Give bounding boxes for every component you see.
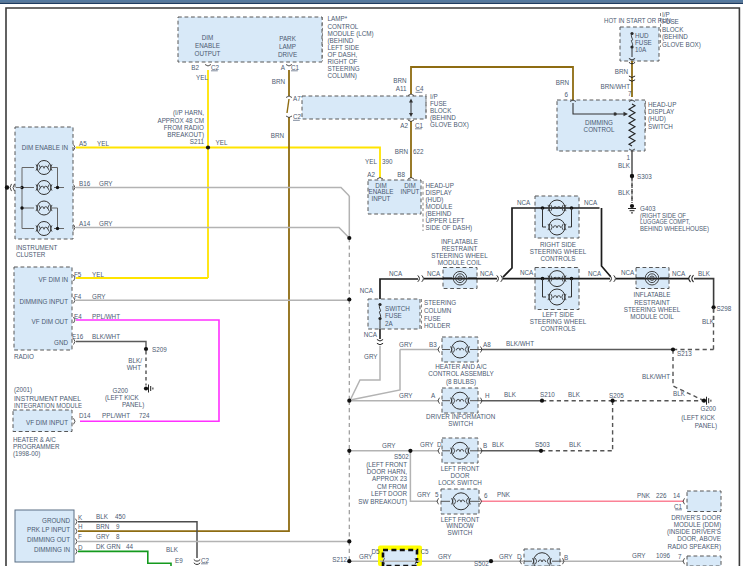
svg-text:ENABLE: ENABLE: [195, 42, 220, 49]
svg-text:A14: A14: [79, 220, 91, 227]
svg-text:A2: A2: [367, 171, 375, 178]
svg-text:BLK/WHT: BLK/WHT: [642, 373, 670, 380]
svg-text:E9: E9: [175, 557, 183, 564]
svg-text:INTEGRATION MODULE: INTEGRATION MODULE: [14, 402, 82, 409]
svg-text:NCA: NCA: [584, 199, 598, 206]
svg-text:14: 14: [673, 492, 681, 499]
svg-text:LAMP*: LAMP*: [328, 15, 348, 22]
svg-text:INSTRUMENT PANEL: INSTRUMENT PANEL: [14, 395, 82, 402]
svg-text:COLUMN): COLUMN): [328, 72, 357, 80]
svg-text:BLK: BLK: [569, 441, 582, 448]
svg-text:BRN: BRN: [615, 68, 629, 75]
svg-text:BRN: BRN: [393, 77, 407, 84]
svg-text:DIM ENABLE IN: DIM ENABLE IN: [22, 144, 69, 151]
svg-text:D: D: [437, 441, 442, 448]
svg-text:APPROX 23: APPROX 23: [372, 475, 407, 482]
svg-text:NCA: NCA: [364, 331, 378, 338]
svg-text:NCA: NCA: [427, 270, 441, 277]
svg-text:724: 724: [139, 412, 150, 419]
svg-text:S502: S502: [474, 560, 489, 566]
svg-text:GROUND: GROUND: [42, 517, 70, 524]
svg-text:S303: S303: [637, 173, 652, 180]
svg-text:STEERING WHEEL: STEERING WHEEL: [624, 306, 681, 313]
svg-text:C1: C1: [415, 122, 424, 129]
svg-text:BRN: BRN: [272, 78, 286, 85]
svg-text:S502: S502: [394, 453, 409, 460]
svg-text:S205: S205: [609, 392, 624, 399]
svg-text:10A: 10A: [635, 46, 647, 53]
svg-text:LAMP: LAMP: [279, 43, 296, 50]
svg-text:B: B: [564, 554, 568, 561]
svg-text:D: D: [78, 544, 83, 551]
svg-text:LEFT DOOR: LEFT DOOR: [371, 490, 407, 497]
svg-text:226: 226: [656, 492, 667, 499]
svg-text:PARK: PARK: [279, 35, 296, 42]
svg-text:DISPLAY: DISPLAY: [648, 108, 675, 115]
svg-text:C2: C2: [293, 113, 302, 120]
svg-text:YEL: YEL: [216, 139, 228, 146]
svg-text:DIMMING IN: DIMMING IN: [34, 546, 70, 553]
svg-text:S209: S209: [152, 346, 167, 353]
svg-text:HUD: HUD: [635, 32, 649, 39]
svg-text:INPUT: INPUT: [401, 188, 420, 195]
svg-text:GRY: GRY: [399, 341, 413, 348]
svg-text:S503: S503: [535, 441, 550, 448]
svg-text:E4: E4: [74, 313, 82, 320]
svg-text:STEERING: STEERING: [328, 65, 360, 72]
svg-text:PNK: PNK: [497, 491, 511, 498]
svg-text:SW BREAKOUT): SW BREAKOUT): [358, 498, 407, 506]
svg-text:5: 5: [435, 491, 439, 498]
svg-text:INPUT: INPUT: [372, 195, 391, 202]
svg-text:GRY: GRY: [92, 293, 106, 300]
svg-text:PRK LP INPUT: PRK LP INPUT: [27, 526, 70, 533]
svg-text:LEFT SIDE: LEFT SIDE: [328, 44, 360, 51]
svg-text:YEL: YEL: [365, 158, 377, 165]
svg-text:GRY: GRY: [420, 441, 434, 448]
svg-text:S213: S213: [677, 350, 692, 357]
svg-text:GRY: GRY: [364, 353, 378, 360]
svg-text:C1: C1: [291, 64, 300, 71]
svg-text:A2: A2: [400, 122, 408, 129]
svg-text:G200: G200: [113, 387, 129, 394]
svg-text:SWITCH: SWITCH: [648, 123, 673, 130]
svg-text:INFLATABLE: INFLATABLE: [441, 238, 478, 245]
svg-text:BLK: BLK: [618, 162, 631, 169]
svg-text:RESTRAINT: RESTRAINT: [442, 245, 478, 252]
svg-text:BRN: BRN: [271, 132, 285, 139]
svg-text:DIMMING OUT: DIMMING OUT: [27, 536, 70, 543]
svg-text:INFLATABLE: INFLATABLE: [634, 291, 671, 298]
svg-text:RIGHT OF: RIGHT OF: [328, 58, 358, 65]
svg-text:BLK: BLK: [166, 546, 179, 553]
svg-text:GND: GND: [54, 339, 68, 346]
svg-text:H: H: [78, 523, 83, 530]
svg-text:BLK: BLK: [673, 390, 686, 397]
svg-text:SWITCH: SWITCH: [385, 305, 410, 312]
svg-text:F5: F5: [74, 271, 82, 278]
svg-text:NCA: NCA: [389, 270, 403, 277]
svg-text:BLK: BLK: [618, 189, 631, 196]
svg-text:B16: B16: [79, 180, 91, 187]
svg-text:A7: A7: [293, 95, 301, 102]
svg-text:NCA: NCA: [672, 270, 686, 277]
svg-text:UPPER LEFT: UPPER LEFT: [426, 217, 465, 224]
svg-text:HOLDER: HOLDER: [424, 322, 451, 329]
svg-text:PPL/WHT: PPL/WHT: [92, 313, 120, 320]
svg-text:FROM RADIO: FROM RADIO: [164, 124, 204, 131]
svg-text:A5: A5: [79, 140, 87, 147]
svg-text:LEFT SIDE: LEFT SIDE: [542, 311, 574, 318]
svg-text:WHT: WHT: [127, 364, 141, 371]
svg-text:BRN: BRN: [556, 79, 570, 86]
svg-text:STEERING WHEEL: STEERING WHEEL: [530, 248, 587, 255]
svg-text:CONTROL ASSEMBLY: CONTROL ASSEMBLY: [428, 370, 494, 377]
svg-text:PPL/WHT: PPL/WHT: [102, 412, 130, 419]
svg-text:DISPLAY: DISPLAY: [426, 189, 453, 196]
svg-text:GRY: GRY: [99, 220, 113, 227]
svg-text:GRY: GRY: [438, 553, 452, 560]
svg-text:9: 9: [116, 523, 120, 530]
svg-text:A8: A8: [483, 341, 491, 348]
svg-text:FUSE: FUSE: [635, 39, 652, 46]
svg-text:GRY: GRY: [499, 553, 513, 560]
svg-text:PROGRAMMER: PROGRAMMER: [13, 443, 60, 450]
svg-text:CM FROM: CM FROM: [377, 483, 407, 490]
svg-text:7: 7: [628, 90, 632, 97]
